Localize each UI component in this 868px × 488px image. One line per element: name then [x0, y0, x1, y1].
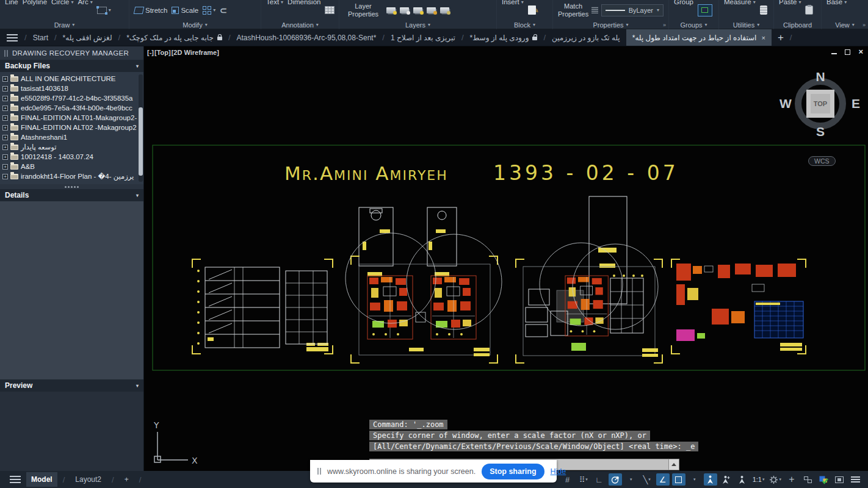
- insert-tool[interactable]: Insert▾: [502, 0, 524, 5]
- tab-start[interactable]: Start: [27, 29, 54, 46]
- tab-drawing-2[interactable]: *جابه جایی پله در ملک کوچک: [120, 29, 228, 46]
- close-icon[interactable]: ×: [761, 34, 765, 41]
- stop-sharing-button[interactable]: Stop sharing: [482, 464, 544, 479]
- polyline-tool[interactable]: Polyline: [23, 0, 47, 5]
- isodraft-toggle[interactable]: ╲▾: [640, 473, 654, 486]
- preview-header[interactable]: Preview ▾: [0, 379, 143, 392]
- expand-icon[interactable]: +: [2, 125, 8, 131]
- drawing-canvas[interactable]: Y X [-] [Top] [2D Wireframe] × N S W E T…: [144, 46, 868, 471]
- compass-west[interactable]: W: [779, 96, 792, 111]
- compass-south[interactable]: S: [816, 124, 825, 139]
- compass-east[interactable]: E: [852, 96, 860, 111]
- bylayer-dropdown[interactable]: ByLayer▾: [601, 4, 664, 16]
- tree-item[interactable]: +tasisat1403618: [0, 84, 143, 93]
- tray-plus-button[interactable]: +: [785, 473, 798, 486]
- block-panel-label[interactable]: Block▾: [497, 20, 552, 29]
- object-snap-toggle[interactable]: [672, 473, 685, 486]
- expand-icon[interactable]: +: [2, 164, 8, 170]
- tab-drawing-4[interactable]: تبریزی بعد از اصلاح 1: [385, 29, 461, 46]
- details-header[interactable]: Details ▾: [0, 189, 143, 201]
- clipboard-panel-label[interactable]: Clipboard: [774, 20, 821, 29]
- model-tab[interactable]: Model: [26, 472, 57, 487]
- dimension-tool[interactable]: Dimension: [288, 0, 320, 5]
- rectangle-revision-tool[interactable]: ▾: [97, 7, 111, 14]
- line-tool[interactable]: Line: [5, 0, 18, 5]
- polar-tracking-toggle[interactable]: [609, 473, 622, 486]
- annotation-scale-toggle[interactable]: [736, 473, 749, 486]
- layers-panel-label[interactable]: Layers▾: [339, 20, 496, 29]
- table-tool[interactable]: [325, 6, 335, 14]
- tab-drawing-active[interactable]: *استفاده از حیاط در جهت امتداد طول پله×: [626, 29, 772, 46]
- polar-dropdown[interactable]: ▾: [624, 473, 638, 486]
- utilities-panel-label[interactable]: Utilities▾: [719, 20, 773, 29]
- workspace-switching-button[interactable]: [801, 473, 814, 486]
- stretch-tool[interactable]: Stretch: [134, 7, 167, 14]
- close-icon[interactable]: ×: [858, 49, 863, 55]
- annotation-visibility-toggle[interactable]: [704, 473, 717, 486]
- fillet-tool[interactable]: ⊂: [220, 5, 227, 15]
- layer-on-off-tool[interactable]: [386, 7, 396, 13]
- annotation-autoscale-toggle[interactable]: [720, 473, 733, 486]
- tree-item[interactable]: +10012418 - 1403.07.24: [0, 152, 143, 162]
- tree-item[interactable]: +توسعه پایدار: [0, 142, 143, 152]
- annotation-scale-value[interactable]: 1:1▾: [751, 473, 766, 486]
- viewport-visual-style-control[interactable]: [2D Wireframe]: [172, 49, 219, 56]
- scale-tool[interactable]: Scale: [172, 7, 198, 14]
- palette-splitter[interactable]: [0, 184, 143, 189]
- clean-screen-button[interactable]: [833, 473, 846, 486]
- panel-overflow-icon[interactable]: »: [863, 22, 866, 28]
- tree-item[interactable]: +FINAL-EDITION ALT02 -Makagroup2: [0, 123, 143, 132]
- draw-panel-label[interactable]: Draw▾: [0, 20, 129, 29]
- object-snap-dropdown[interactable]: ▾: [688, 473, 701, 486]
- circle-tool[interactable]: Circle▾: [51, 0, 73, 5]
- restore-icon[interactable]: [845, 49, 850, 55]
- layout2-tab[interactable]: Layout2: [70, 472, 106, 487]
- groups-panel-label[interactable]: Groups▾: [669, 20, 718, 29]
- graphics-performance-button[interactable]: [817, 473, 830, 486]
- layer-lock-tool[interactable]: [427, 7, 436, 13]
- customize-button[interactable]: [848, 473, 862, 486]
- properties-panel-label[interactable]: Properties▾»: [553, 20, 668, 29]
- expand-icon[interactable]: +: [2, 135, 8, 140]
- tab-drawing-3[interactable]: AtashHoush-10068936-Arc-95,08,08-Sent*: [231, 29, 383, 46]
- tree-item[interactable]: +irandokht14-Floor Plan - �4- یرزمین: [0, 171, 143, 181]
- view-panel-label[interactable]: View▾»: [822, 20, 868, 29]
- view-cube-top-face[interactable]: TOP: [806, 90, 834, 118]
- properties-grid-icon[interactable]: [591, 7, 598, 13]
- palette-title-bar[interactable]: DRAWING RECOVERY MANAGER: [0, 46, 143, 60]
- tree-item[interactable]: +A&B: [0, 162, 143, 171]
- expand-icon[interactable]: +: [2, 174, 8, 179]
- measure-tool[interactable]: Measure▾: [724, 0, 756, 5]
- tab-drawing-1[interactable]: *لغزش افقی پله: [57, 29, 118, 46]
- tree-item[interactable]: +Atashneshani1: [0, 132, 143, 142]
- annotation-panel-label[interactable]: Annotation▾: [261, 20, 339, 29]
- tree-item[interactable]: +e55028f9-f797-41c2-b4bc-3f35835a: [0, 93, 143, 103]
- viewport-view-control[interactable]: [Top]: [154, 49, 171, 56]
- expand-icon[interactable]: +: [2, 106, 8, 111]
- file-tabs-menu-button[interactable]: [0, 29, 24, 46]
- expand-icon[interactable]: +: [2, 154, 8, 160]
- new-layout-button[interactable]: +: [120, 472, 134, 487]
- calculator-icon[interactable]: [760, 5, 767, 15]
- expand-icon[interactable]: +: [2, 86, 8, 92]
- tree-scrollbar[interactable]: [139, 74, 143, 182]
- text-tool[interactable]: Text▾: [266, 0, 283, 5]
- layer-properties-tool[interactable]: Layer Properties: [344, 2, 382, 18]
- expand-icon[interactable]: +: [2, 145, 8, 150]
- snap-toggle[interactable]: ⠿▾: [577, 473, 590, 486]
- viewport-minimize-control[interactable]: [-]: [147, 49, 154, 56]
- ortho-toggle[interactable]: ∟: [593, 473, 606, 486]
- match-properties-tool[interactable]: Match Properties: [558, 2, 588, 18]
- tree-item[interactable]: +FINAL-EDITION ALT01-Makagroup2-: [0, 113, 143, 123]
- group-icon[interactable]: [698, 4, 712, 16]
- osnap-tracking-toggle[interactable]: ∠: [656, 473, 670, 486]
- arc-tool[interactable]: Arc▾: [78, 0, 92, 5]
- layer-thaw-tool[interactable]: [413, 7, 422, 13]
- tab-drawing-5[interactable]: *ورودی پله از وسط: [464, 29, 544, 46]
- tree-item[interactable]: +ALL IN ONE ARCHITECTURE: [0, 74, 143, 84]
- view-cube[interactable]: N S W E TOP: [789, 72, 852, 135]
- command-expand-button[interactable]: [668, 459, 679, 470]
- tab-drawing-6[interactable]: پله تک بازو در زیرزمین: [546, 29, 626, 46]
- array-tool[interactable]: ▾: [203, 6, 215, 15]
- base-tool[interactable]: Base▾: [826, 0, 847, 5]
